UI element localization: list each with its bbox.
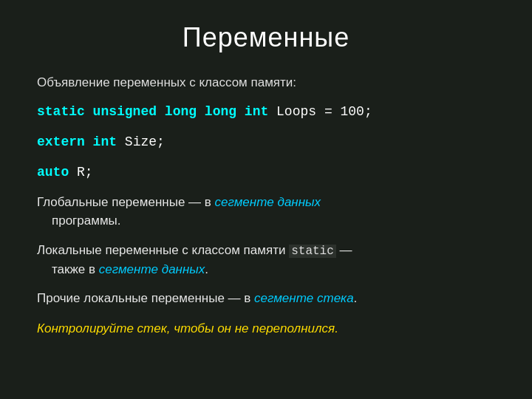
p-global-prefix: Глобальные переменные — в [37, 195, 215, 209]
p-static-also: также в [37, 262, 99, 276]
p-other-prefix: Прочие локальные переменные — в [37, 291, 254, 305]
keyword-auto: auto [37, 165, 69, 180]
paragraph-global: Глобальные переменные — в сегменте данны… [37, 193, 495, 231]
warning-text: Контролируйте стек, чтобы он не переполн… [37, 321, 495, 336]
slide-content: Объявление переменных с классом памяти: … [37, 74, 495, 377]
code-line-3: auto R; [37, 163, 495, 183]
paragraph-local-static: Локальные переменные с классом памяти st… [37, 241, 495, 279]
keyword-extern: extern int [37, 134, 117, 149]
p-static-code: static [289, 245, 336, 258]
intro-text: Объявление переменных с классом памяти: [37, 74, 495, 92]
p-other-highlight: сегменте стека [254, 291, 354, 305]
code-rest-3: R; [69, 165, 92, 180]
p-global-suffix: программы. [37, 214, 121, 228]
code-line-2: extern int Size; [37, 132, 495, 152]
p-static-dash: — [336, 243, 352, 257]
keyword-static: static unsigned long long int [37, 104, 268, 119]
p-other-dot: . [354, 291, 358, 305]
p-static-highlight: сегменте данных [99, 262, 205, 276]
p-static-dot: . [205, 262, 208, 276]
p-static-prefix: Локальные переменные с классом памяти [37, 243, 289, 257]
code-rest-2: Size; [117, 134, 165, 149]
code-rest-1: Loops = 100; [268, 104, 372, 119]
p-global-highlight: сегменте данных [215, 195, 321, 209]
code-line-1: static unsigned long long int Loops = 10… [37, 102, 495, 122]
slide-title: Переменные [37, 22, 495, 53]
slide: Переменные Объявление переменных с класс… [0, 0, 532, 399]
paragraph-other-local: Прочие локальные переменные — в сегменте… [37, 289, 495, 308]
